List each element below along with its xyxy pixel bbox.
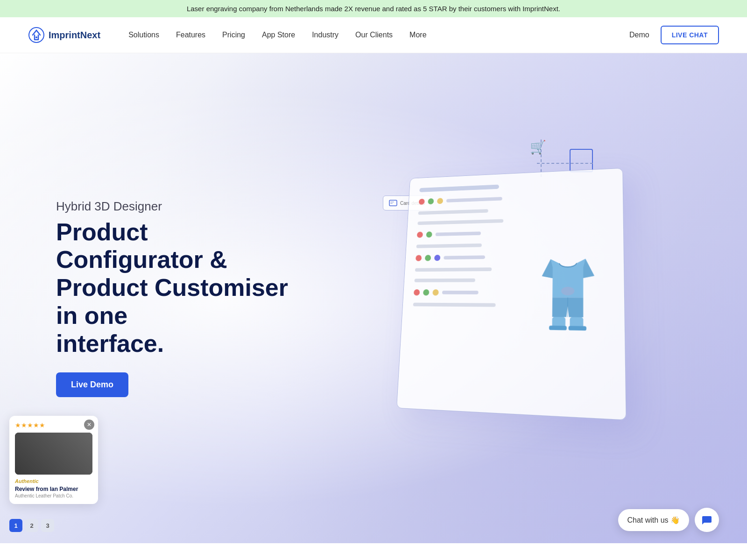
card-row-4 [414, 289, 518, 296]
color-option[interactable] [432, 289, 439, 295]
card-line [417, 219, 503, 225]
review-stars: ★★★★★ [15, 421, 92, 429]
card-line [414, 279, 475, 282]
video-bg [15, 433, 92, 475]
product-preview [523, 180, 613, 406]
chat-bubble[interactable]: Chat with us 👋 [618, 509, 689, 531]
cart-icon: 🛒 [530, 140, 546, 155]
card-header-bar [419, 184, 499, 192]
color-option[interactable] [426, 231, 432, 238]
floating-box [570, 149, 593, 172]
navbar: ImprintNext Solutions Features Pricing A… [0, 17, 747, 53]
tshirt-svg [534, 242, 602, 338]
color-option[interactable] [419, 199, 425, 205]
live-chat-button[interactable]: LIVE CHAT [661, 26, 719, 44]
nav-industry[interactable]: Industry [312, 31, 338, 39]
card-line [418, 209, 488, 215]
color-option[interactable] [434, 255, 440, 261]
card-line [416, 244, 482, 248]
page-3-button[interactable]: 3 [41, 519, 54, 532]
card-row-2 [417, 229, 519, 238]
color-option[interactable] [437, 198, 443, 204]
svg-point-10 [561, 287, 574, 295]
logo[interactable]: ImprintNext [28, 27, 100, 43]
nav-links: Solutions Features Pricing App Store Ind… [128, 31, 629, 39]
color-option[interactable] [425, 255, 431, 261]
reviewer-name: Review from Ian Palmer [15, 486, 92, 492]
chat-icon [701, 514, 712, 525]
review-video-thumbnail[interactable]: ▶ [15, 433, 92, 475]
page-1-button[interactable]: 1 [9, 519, 22, 532]
card-line [413, 303, 496, 307]
hero-section: Hybrid 3D Designer Product Configurator … [0, 53, 747, 543]
svg-rect-9 [569, 326, 586, 330]
hero-subtitle: Hybrid 3D Designer [56, 199, 299, 214]
nav-pricing[interactable]: Pricing [222, 31, 245, 39]
nav-our-clients[interactable]: Our Clients [355, 31, 393, 39]
logo-text: ImprintNext [49, 30, 100, 41]
hero-illustration: 🛒 Card details [299, 186, 719, 410]
banner-text: Laser engraving company from Netherlands… [187, 5, 560, 13]
dashed-line-vertical [541, 140, 542, 177]
card-row-3 [416, 253, 518, 261]
option-bar [444, 255, 485, 259]
svg-point-1 [35, 36, 37, 38]
svg-rect-4 [390, 203, 393, 204]
reviewer-company: Authentic Leather Patch Co. [15, 493, 92, 498]
hero-content: Hybrid 3D Designer Product Configurator … [56, 199, 299, 398]
nav-app-store[interactable]: App Store [262, 31, 295, 39]
card-row-1 [419, 195, 520, 205]
pagination: 1 2 3 [9, 519, 54, 532]
logo-icon [28, 27, 45, 43]
option-bar [442, 291, 479, 294]
hero-title: Product Configurator & Product Customise… [56, 218, 299, 358]
nav-more[interactable]: More [409, 31, 426, 39]
svg-rect-2 [389, 200, 397, 206]
review-close-button[interactable]: ✕ [84, 420, 94, 430]
demo-link[interactable]: Demo [629, 31, 649, 39]
nav-features[interactable]: Features [176, 31, 205, 39]
color-option[interactable] [414, 289, 420, 295]
dashed-line-horizontal [537, 163, 593, 164]
color-option[interactable] [423, 289, 430, 295]
chat-icon-button[interactable] [695, 508, 719, 532]
card-line [415, 267, 492, 272]
chat-widget: Chat with us 👋 [618, 508, 719, 532]
nav-solutions[interactable]: Solutions [128, 31, 159, 39]
card-options [408, 184, 520, 402]
option-bar [436, 231, 481, 236]
page-2-button[interactable]: 2 [25, 519, 38, 532]
svg-rect-3 [390, 202, 394, 203]
top-banner: Laser engraving company from Netherlands… [0, 0, 747, 17]
reviewer-brand: Authentic [15, 478, 92, 484]
nav-right: Demo LIVE CHAT [629, 26, 719, 44]
svg-rect-7 [549, 326, 567, 330]
color-option[interactable] [416, 255, 422, 261]
color-option[interactable] [428, 198, 434, 204]
review-card: ✕ ★★★★★ ▶ Authentic Review from Ian Palm… [9, 416, 98, 504]
product-card [396, 168, 627, 420]
option-bar [446, 197, 502, 203]
live-demo-button[interactable]: Live Demo [56, 372, 128, 397]
color-option[interactable] [417, 231, 423, 238]
